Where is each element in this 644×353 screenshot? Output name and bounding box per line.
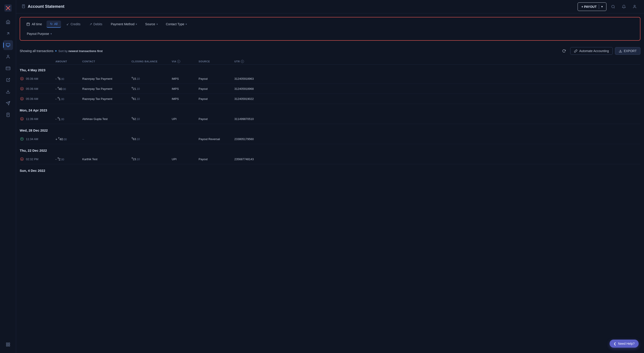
refresh-button[interactable]: [560, 47, 568, 55]
amount-decimal: .00: [62, 88, 66, 91]
amount-sign: -: [56, 97, 58, 101]
sidebar-item-vouchers[interactable]: [3, 75, 13, 85]
via-cell: IMPS: [172, 87, 198, 90]
closing-decimal: .10: [136, 138, 140, 141]
utr-cell: 312405918968: [234, 87, 274, 90]
table-row[interactable]: 11:39 AM- ₹1.00Abhinav Gupta Test₹62.10U…: [20, 114, 640, 124]
time-label: 02:32 PM: [26, 157, 38, 161]
sort-by-text: Sort by: [58, 49, 68, 53]
sidebar-item-payouts-arrow[interactable]: [3, 28, 13, 38]
svg-rect-18: [8, 345, 10, 346]
closing-decimal: .10: [136, 88, 140, 91]
svg-rect-25: [27, 23, 30, 26]
svg-line-1: [7, 33, 9, 34]
contact-cell: Razorpay Tax Payment: [82, 77, 132, 80]
filter-tab-credits[interactable]: ↙ Credits: [63, 21, 84, 27]
notifications-button[interactable]: [620, 3, 628, 11]
source-cell: Payout Reversal: [198, 137, 234, 141]
table-row[interactable]: 05:39 AM- ₹6.00Razorpay Tax Payment₹15.1…: [20, 74, 640, 84]
contact-cell: Razorpay Tax Payment: [82, 87, 132, 90]
utr-cell: 235687748143: [234, 157, 274, 161]
date-range-button[interactable]: All time: [24, 21, 45, 27]
closing-main: 23: [133, 158, 136, 161]
tab-debits-icon: ↗: [90, 22, 92, 26]
contact-cell: Razorpay Tax Payment: [82, 97, 132, 100]
utr-cell: 311499870510: [234, 117, 274, 121]
debit-icon: [20, 86, 24, 91]
contact-type-chevron: ▾: [186, 23, 187, 26]
debit-icon: [20, 76, 24, 81]
source-dropdown[interactable]: Source ▾: [142, 21, 161, 27]
contact-dash: --: [82, 137, 84, 141]
via-cell: UPI: [172, 117, 198, 121]
th-closing-balance: CLOSING BALANCE: [132, 60, 172, 63]
filter-row-1: All time ↻ All ↙ Credits ↗ Debits Paymen…: [24, 20, 636, 28]
sidebar-item-accounts[interactable]: [3, 40, 13, 50]
th-via: VIA i: [172, 60, 198, 63]
automate-accounting-button[interactable]: Automate Accounting: [570, 47, 612, 55]
transactions-dot: [55, 50, 56, 52]
amount-cell: + ₹40.00: [56, 137, 82, 141]
time-cell: 02:32 PM: [20, 157, 56, 161]
th-source: SOURCE: [198, 60, 234, 63]
table-row[interactable]: 02:32 PM- ₹2.00Karthik Test₹23.10UPIPayo…: [20, 154, 640, 164]
sidebar-item-contacts[interactable]: [3, 52, 13, 62]
topbar-left: Account Statement: [22, 4, 64, 9]
payment-method-dropdown[interactable]: Payment Method ▾: [108, 21, 140, 27]
source-cell: Payout: [198, 157, 234, 161]
tab-all-icon: ↻: [50, 22, 53, 26]
search-button[interactable]: [609, 3, 617, 11]
sidebar-item-send[interactable]: [3, 98, 13, 108]
table-row[interactable]: 05:39 AM- ₹40.00Razorpay Tax Payment₹21.…: [20, 84, 640, 94]
contact-type-dropdown[interactable]: Contact Type ▾: [163, 21, 190, 27]
closing-decimal: .10: [136, 98, 140, 101]
export-btn-label: EXPORT: [624, 49, 636, 53]
filter-tab-debits[interactable]: ↗ Debits: [86, 21, 106, 27]
content-area: Showing all transactions Sort by newest …: [16, 44, 644, 353]
amount-cell: - ₹1.00: [56, 117, 82, 121]
closing-main: 63: [133, 138, 136, 141]
via-cell: IMPS: [172, 97, 198, 100]
need-help-button[interactable]: ❮ Need Help?: [610, 340, 639, 348]
balance-cell: ₹62.10: [132, 117, 172, 121]
tab-credits-label: Credits: [70, 22, 80, 26]
filter-bar: All time ↻ All ↙ Credits ↗ Debits Paymen…: [20, 17, 640, 41]
transactions-list: Thu, 4 May 202305:39 AM- ₹6.00Razorpay T…: [20, 65, 640, 174]
amount-sign: -: [56, 157, 58, 161]
table-row[interactable]: 05:39 AM- ₹1.00Razorpay Tax Payment₹61.1…: [20, 94, 640, 104]
amount-sign: -: [56, 77, 58, 81]
table-row[interactable]: 11:34 AM+ ₹40.00--₹63.10Payout Reversal2…: [20, 134, 640, 144]
filter-tab-all[interactable]: ↻ All: [46, 20, 61, 28]
utr-cell: 312405918963: [234, 77, 274, 80]
time-label: 11:39 AM: [26, 117, 38, 121]
debit-icon: [20, 96, 24, 101]
via-info-icon[interactable]: i: [177, 60, 180, 63]
sidebar-item-grid[interactable]: [3, 340, 13, 350]
date-heading: Sun, 4 Dec 2022: [20, 166, 640, 174]
contact-type-label: Contact Type: [166, 22, 184, 26]
app-logo[interactable]: [4, 3, 12, 12]
svg-rect-16: [8, 343, 10, 344]
sidebar-item-home[interactable]: [3, 17, 13, 27]
svg-line-23: [614, 7, 614, 8]
user-profile-button[interactable]: [630, 3, 639, 11]
contact-cell: --: [82, 137, 132, 141]
source-cell: Payout: [198, 97, 234, 100]
svg-point-22: [612, 5, 614, 8]
sidebar-item-download[interactable]: [3, 87, 13, 96]
utr-info-icon[interactable]: i: [241, 60, 244, 63]
debit-icon: [20, 157, 24, 161]
payout-purpose-dropdown[interactable]: Payout Purpose ▾: [24, 30, 55, 37]
payout-button[interactable]: + PAYOUT ▾: [578, 2, 606, 11]
showing-label: Showing all transactions: [20, 49, 54, 53]
svg-point-5: [7, 55, 9, 57]
need-help-icon: ❮: [614, 342, 616, 346]
sidebar-item-reports[interactable]: [3, 110, 13, 120]
sidebar-item-cards[interactable]: [3, 63, 13, 73]
export-button[interactable]: EXPORT: [615, 47, 640, 55]
payout-purpose-label: Payout Purpose: [27, 32, 49, 35]
date-heading: Thu, 22 Dec 2022: [20, 146, 640, 154]
topbar-right: + PAYOUT ▾: [578, 2, 639, 11]
filter-row-2: Payout Purpose ▾: [24, 30, 636, 37]
header-actions: Automate Accounting EXPORT: [560, 47, 640, 55]
